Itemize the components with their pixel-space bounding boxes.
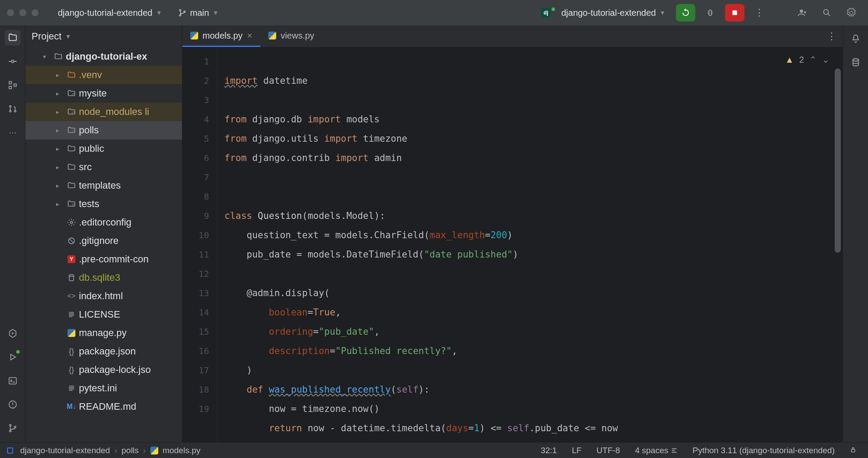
- settings-button[interactable]: [842, 4, 861, 21]
- tree-item[interactable]: ▸node_modules li: [25, 103, 182, 121]
- tree-root[interactable]: ▾ django-tutorial-ex: [25, 47, 182, 66]
- cursor-position[interactable]: 32:1: [536, 446, 561, 455]
- project-panel-header[interactable]: Project ▼: [25, 25, 182, 47]
- editor-scrollbar[interactable]: [835, 68, 841, 314]
- maximize-window-icon[interactable]: [32, 9, 39, 16]
- tree-item[interactable]: ▸src: [25, 158, 182, 176]
- stop-button[interactable]: [725, 4, 744, 21]
- more-actions-button[interactable]: ⋮: [750, 4, 769, 21]
- close-window-icon[interactable]: [7, 9, 14, 16]
- breadcrumb-item[interactable]: models.py: [163, 446, 201, 455]
- chevron-right-icon[interactable]: ▸: [56, 127, 64, 134]
- editor-body[interactable]: 12345678910111213141516171819 import dat…: [182, 47, 843, 442]
- folder-icon: [67, 144, 76, 153]
- indent-settings[interactable]: 4 spaces: [630, 446, 682, 455]
- tree-root-label: django-tutorial-ex: [66, 51, 147, 62]
- run-tool-button[interactable]: [5, 349, 21, 365]
- search-everywhere-button[interactable]: [817, 4, 836, 21]
- rerun-button[interactable]: [676, 4, 695, 21]
- next-highlight-icon[interactable]: ⌄: [822, 54, 829, 65]
- svg-point-18: [72, 204, 75, 206]
- tree-item-label: LICENSE: [79, 309, 120, 320]
- tree-item[interactable]: {}package.json: [25, 342, 182, 361]
- left-tool-rail: ⋯: [0, 25, 25, 442]
- warning-circle-icon: [8, 400, 18, 409]
- close-tab-icon[interactable]: ✕: [247, 32, 253, 40]
- line-gutter[interactable]: 12345678910111213141516171819: [182, 47, 217, 442]
- tree-item[interactable]: db.sqlite3: [25, 268, 182, 287]
- project-selector[interactable]: django-tutorial-extended ▼: [53, 5, 167, 21]
- breadcrumb-item[interactable]: polls: [121, 446, 139, 455]
- db-icon: [67, 273, 76, 282]
- vertical-dots-icon: ⋮: [754, 7, 764, 18]
- tree-item[interactable]: {}package-lock.jso: [25, 361, 182, 379]
- editor-tab[interactable]: models.py✕: [182, 25, 260, 47]
- project-tree[interactable]: ▾ django-tutorial-ex ▸.venv▸mysite▸node_…: [25, 47, 182, 442]
- services-tool-button[interactable]: [5, 326, 21, 341]
- file-encoding[interactable]: UTF-8: [592, 446, 625, 455]
- editor-tab[interactable]: views.py: [260, 25, 322, 47]
- lock-icon: [850, 446, 857, 453]
- tree-item[interactable]: pytest.ini: [25, 379, 182, 397]
- terminal-tool-button[interactable]: [5, 373, 21, 389]
- tree-item[interactable]: .gitignore: [25, 232, 182, 250]
- tab-label: models.py: [203, 31, 242, 41]
- django-icon: dj: [541, 8, 551, 18]
- tree-item[interactable]: <>index.html: [25, 287, 182, 305]
- branch-name: main: [190, 8, 209, 18]
- tree-item[interactable]: manage.py: [25, 324, 182, 342]
- tree-item-label: node_modules li: [79, 106, 149, 118]
- chevron-right-icon[interactable]: ▸: [56, 200, 64, 208]
- chevron-right-icon[interactable]: ▸: [56, 182, 64, 189]
- vcs-branch-selector[interactable]: main ▼: [173, 5, 224, 21]
- problems-tool-button[interactable]: [5, 397, 21, 412]
- tree-item[interactable]: ▸mysite: [25, 84, 182, 103]
- code-content[interactable]: import datetime from django.db import mo…: [217, 47, 843, 442]
- branch-icon: [178, 8, 187, 17]
- pull-requests-tool-button[interactable]: [5, 101, 21, 117]
- tree-item[interactable]: ▸.venv: [25, 66, 182, 84]
- chevron-right-icon[interactable]: ▸: [56, 164, 64, 171]
- tree-item[interactable]: ▸tests: [25, 195, 182, 213]
- more-tools-button[interactable]: ⋯: [5, 125, 21, 140]
- database-tool-button[interactable]: [848, 54, 864, 70]
- scrollbar-thumb[interactable]: [835, 68, 841, 253]
- tree-item[interactable]: ▸polls: [25, 121, 182, 140]
- tree-item[interactable]: M↓README.md: [25, 397, 182, 416]
- tab-actions-menu[interactable]: ⋮: [827, 31, 836, 42]
- tree-item[interactable]: ▸public: [25, 140, 182, 158]
- prev-highlight-icon[interactable]: ⌃: [809, 54, 817, 65]
- minimize-window-icon[interactable]: [19, 9, 26, 16]
- chevron-right-icon[interactable]: ▸: [56, 72, 64, 79]
- commit-tool-button[interactable]: [5, 54, 21, 69]
- code-with-me-button[interactable]: [793, 4, 812, 21]
- tree-item[interactable]: Y.pre-commit-con: [25, 250, 182, 268]
- inspection-widget[interactable]: ▲ 2 ⌃ ⌄: [782, 53, 833, 67]
- tree-item-label: templates: [79, 180, 121, 191]
- chevron-right-icon[interactable]: ▸: [56, 108, 64, 115]
- warning-count: 2: [799, 55, 804, 65]
- chevron-down-icon: ▾: [43, 53, 51, 60]
- git-tool-button[interactable]: [5, 420, 21, 436]
- window-controls[interactable]: [7, 9, 39, 16]
- line-separator[interactable]: LF: [567, 446, 586, 455]
- tree-item[interactable]: ▸templates: [25, 176, 182, 195]
- tree-item[interactable]: LICENSE: [25, 305, 182, 324]
- svg-point-3: [11, 60, 14, 63]
- bug-icon: [705, 8, 715, 18]
- breadcrumb-item[interactable]: django-tutorial-extended: [20, 446, 110, 455]
- python-interpreter[interactable]: Python 3.11 (django-tutorial-extended): [688, 446, 839, 455]
- breadcrumb[interactable]: django-tutorial-extended › polls › model…: [7, 446, 200, 455]
- debug-button[interactable]: [701, 4, 720, 21]
- chevron-right-icon[interactable]: ▸: [56, 90, 64, 97]
- notifications-tool-button[interactable]: [848, 31, 864, 47]
- structure-tool-button[interactable]: [5, 77, 21, 93]
- folder-icon: [67, 163, 76, 172]
- svg-point-8: [9, 111, 11, 112]
- svg-point-21: [69, 275, 74, 276]
- readonly-toggle[interactable]: [845, 446, 861, 455]
- project-tool-button[interactable]: [5, 30, 21, 46]
- tree-item[interactable]: .editorconfig: [25, 213, 182, 232]
- chevron-right-icon[interactable]: ▸: [56, 145, 64, 152]
- run-config-selector[interactable]: dj django-tutorial-extended ▼: [536, 5, 671, 21]
